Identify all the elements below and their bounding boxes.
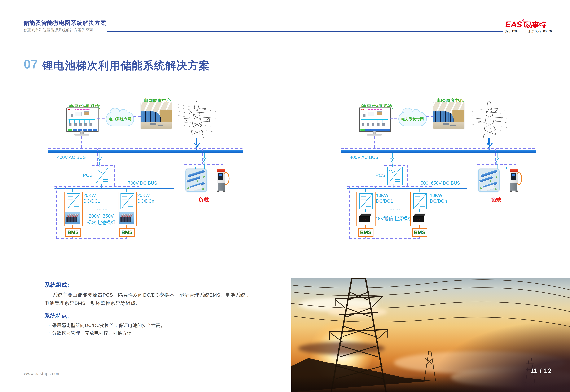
feature-item: ·采用隔离型双向DC/DC变换器，保证电池的安全性高。 bbox=[48, 322, 165, 329]
pcs-comm-tap bbox=[385, 165, 407, 166]
dc-comm-dashed bbox=[347, 186, 434, 187]
cloud-label: 电力系统专网 bbox=[401, 116, 424, 122]
dcdc-converter-icon bbox=[67, 193, 80, 209]
module-terminal bbox=[419, 219, 420, 220]
tree bbox=[495, 188, 497, 190]
composition-line1: 系统主要由储能变流器PCS、隔离性双向DC/DC变换器、能量管理系统EMS、电池… bbox=[52, 292, 252, 298]
dcdc-converter-icon bbox=[120, 193, 134, 209]
dcdcn-power: 20KW bbox=[137, 193, 150, 198]
ems-screen-toolbar bbox=[68, 129, 97, 131]
ems-screen-feeders bbox=[362, 120, 387, 123]
dcdcn-module bbox=[410, 192, 429, 226]
ems-screen-brand: EAST bbox=[360, 109, 365, 111]
load-label: 负载 bbox=[192, 196, 215, 203]
pcs-label: PCS bbox=[374, 172, 385, 178]
control-room-desk bbox=[450, 125, 456, 126]
pcs-comm-down bbox=[114, 165, 115, 187]
logo-stock-code: 股票代码:300376 bbox=[528, 29, 552, 33]
dcdc1-power: 10KW bbox=[376, 193, 388, 198]
ac-bus-label: 400V AC BUS bbox=[57, 155, 86, 160]
control-room-wall bbox=[160, 110, 171, 122]
ellipsis: …… bbox=[89, 205, 115, 212]
comm-bottom-dashed bbox=[349, 238, 420, 239]
load-comm-tap bbox=[477, 164, 516, 165]
charger-cabinet bbox=[218, 182, 225, 191]
bullet-icon: · bbox=[48, 330, 50, 335]
page-title: 储能及智能微电网系统解决方案 bbox=[23, 19, 106, 27]
comm-left-drop bbox=[349, 186, 350, 239]
ems-monitor: EAST bbox=[67, 108, 98, 132]
ems-screen-title-bar bbox=[368, 109, 383, 110]
load-breaker-icon bbox=[201, 157, 208, 165]
factory-building-image bbox=[185, 169, 207, 192]
system-diagram-right: 能量管理系统 EAST 电力系统专网 电网调度中心 bbox=[341, 97, 536, 244]
dcdc1-name: DC/DC1 bbox=[83, 198, 100, 204]
ems-screen-panel bbox=[368, 112, 374, 116]
charger-display bbox=[219, 174, 222, 176]
website-url: www.eastups.com bbox=[24, 371, 60, 377]
east-logo-chinese: 易事特 bbox=[525, 20, 546, 30]
charger-head bbox=[510, 169, 518, 172]
dispatch-center-image bbox=[141, 102, 171, 129]
ellipsis: …… bbox=[382, 205, 408, 212]
grid-breaker-icon bbox=[192, 143, 201, 151]
comm-bus-dashed bbox=[48, 148, 243, 149]
ems-screen-toolbar bbox=[360, 129, 390, 131]
control-room-desk bbox=[150, 123, 157, 125]
link-ems-cloud bbox=[390, 118, 399, 119]
battery-top bbox=[66, 214, 79, 217]
tree bbox=[203, 176, 205, 178]
bms1-box: BMS bbox=[358, 228, 373, 237]
ac-bus-label: 400V AC BUS bbox=[350, 155, 378, 160]
battery-top bbox=[120, 214, 133, 217]
building-drop bbox=[195, 167, 196, 169]
logo-tagline: 始于1989年 ┃ 股票代码:300376 bbox=[505, 29, 552, 33]
monitor-base bbox=[74, 134, 89, 136]
load-breaker-icon bbox=[494, 157, 500, 165]
page-number: 11 / 12 bbox=[530, 367, 552, 374]
battery-label-line1: 48V通信电源模组 bbox=[374, 215, 414, 222]
feature-text: 分簇模块管理、充放电可控、可换方便。 bbox=[52, 330, 136, 335]
ems-screen-panel bbox=[75, 112, 82, 116]
ems-screen-units bbox=[69, 123, 95, 126]
header-divider-line bbox=[107, 31, 503, 32]
bms2-link bbox=[126, 225, 127, 228]
dcdc-batt-link bbox=[73, 210, 73, 212]
bullet-icon: · bbox=[48, 323, 50, 328]
load-dist-line bbox=[480, 167, 511, 167]
pcs-label: PCS bbox=[81, 172, 93, 178]
dc-comm-tick bbox=[375, 187, 376, 190]
ems-monitor: EAST bbox=[359, 108, 391, 132]
charger-head bbox=[217, 169, 225, 172]
module-terminal bbox=[365, 219, 366, 220]
features-title: 系统特点: bbox=[44, 312, 69, 319]
transmission-tower-icon bbox=[470, 101, 508, 139]
ems-screen-status-text bbox=[361, 126, 371, 127]
dcdcn-feeder bbox=[126, 189, 127, 192]
dc-bus-label: 500~650V DC BUS bbox=[421, 181, 460, 186]
dcdc-batt-link bbox=[419, 210, 420, 212]
battery-pack-image bbox=[119, 212, 134, 224]
charger-display bbox=[512, 174, 515, 176]
battery-front bbox=[66, 217, 77, 222]
composition-line2: 电池管理系统BMS、动环监控系统等组成。 bbox=[44, 300, 141, 307]
ems-comm-link bbox=[81, 136, 82, 148]
dcdc1-feeder bbox=[72, 189, 73, 192]
logo-founded: 始于1989年 bbox=[505, 29, 522, 33]
tree bbox=[202, 188, 204, 190]
dc-comm-tick bbox=[65, 187, 66, 190]
pcs-converter-icon bbox=[388, 167, 401, 184]
dcdc-converter-icon bbox=[413, 193, 427, 209]
module-front bbox=[413, 216, 424, 223]
charger-drop bbox=[214, 167, 214, 169]
building-roof bbox=[480, 169, 498, 178]
ems-screen-brand: EAST bbox=[68, 109, 73, 111]
dc-comm-tick bbox=[83, 187, 84, 190]
power-module-image bbox=[358, 212, 373, 224]
comm-bottom-dashed bbox=[57, 238, 127, 239]
ev-charger-image bbox=[509, 169, 519, 192]
dcdcn-module bbox=[118, 192, 137, 226]
dcdc-batt-link bbox=[365, 210, 366, 212]
logo-divider: ┃ bbox=[524, 29, 526, 33]
ems-screen-image bbox=[377, 111, 382, 115]
